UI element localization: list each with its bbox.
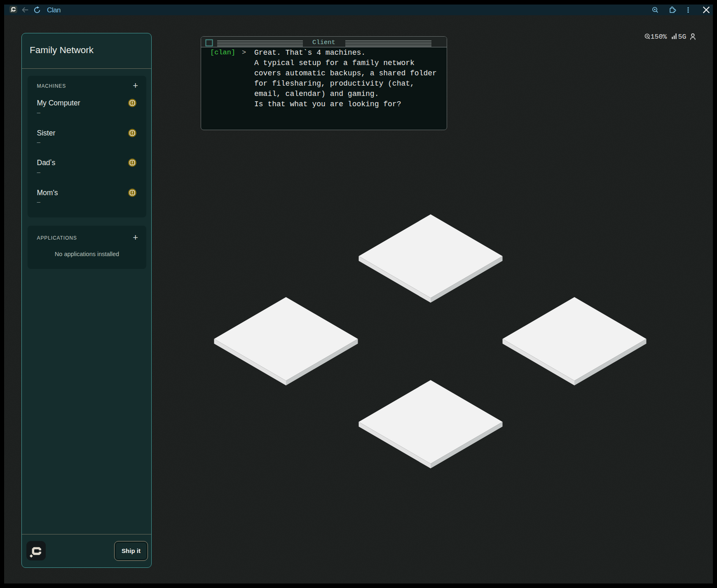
svg-text:5G: 5G xyxy=(678,33,687,41)
svg-text:150%: 150% xyxy=(651,33,667,41)
